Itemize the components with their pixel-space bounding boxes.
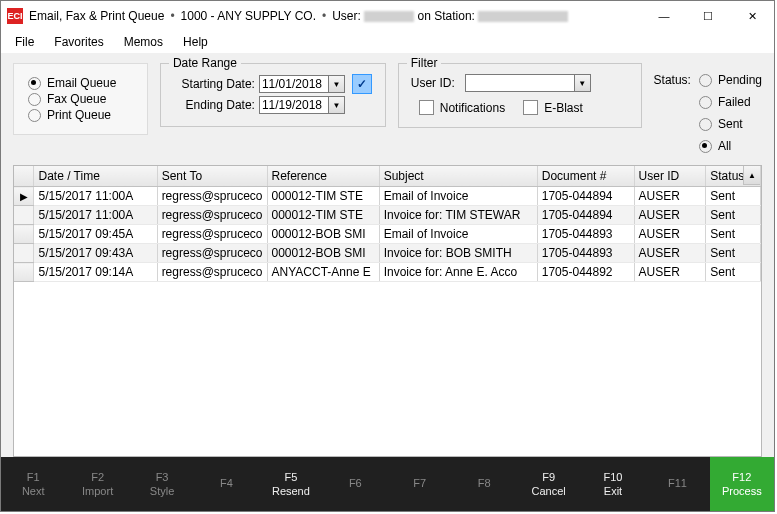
cell-reference: 000012-BOB SMI xyxy=(267,244,379,263)
fkey-f2: F2Import xyxy=(65,457,129,511)
cell-reference: 000012-BOB SMI xyxy=(267,225,379,244)
col-header-reference[interactable]: Reference xyxy=(267,166,379,187)
fkey-f7: F7 xyxy=(388,457,452,511)
radio-label: Print Queue xyxy=(47,108,111,122)
col-header-sent-to[interactable]: Sent To xyxy=(157,166,267,187)
fkey-code: F5 xyxy=(284,471,297,483)
cell-sent-to: regress@spruceco xyxy=(157,187,267,206)
radio-icon xyxy=(28,77,41,90)
fkey-f12[interactable]: F12Process xyxy=(710,457,774,511)
fkey-f10[interactable]: F10Exit xyxy=(581,457,645,511)
radio-label: Email Queue xyxy=(47,76,116,90)
radio-icon xyxy=(699,96,712,109)
station-value-blurred xyxy=(478,11,568,22)
minimize-button[interactable]: — xyxy=(642,1,686,31)
radio-fax-queue[interactable]: Fax Queue xyxy=(28,92,133,106)
radio-print-queue[interactable]: Print Queue xyxy=(28,108,133,122)
fkey-f4: F4 xyxy=(194,457,258,511)
cell-status: Sent xyxy=(706,244,761,263)
cell-sent-to: regress@spruceco xyxy=(157,206,267,225)
window-title: Email, Fax & Print Queue xyxy=(29,9,164,23)
table-row[interactable]: 5/15/2017 09:43Aregress@spruceco000012-B… xyxy=(14,244,761,263)
cell-status: Sent xyxy=(706,263,761,282)
cell-datetime: 5/15/2017 09:14A xyxy=(34,263,157,282)
fkey-code: F11 xyxy=(668,477,687,489)
user-value-blurred xyxy=(364,11,414,22)
fkey-f3: F3Style xyxy=(130,457,194,511)
fkey-code: F7 xyxy=(413,477,426,489)
maximize-button[interactable]: ☐ xyxy=(686,1,730,31)
table-row[interactable]: 5/15/2017 09:45Aregress@spruceco000012-B… xyxy=(14,225,761,244)
radio-label: Sent xyxy=(718,117,743,131)
cell-document: 1705-044893 xyxy=(537,244,634,263)
fkey-code: F1 xyxy=(27,471,40,483)
end-date-dropdown[interactable]: ▼ xyxy=(329,96,345,114)
scroll-up-icon[interactable]: ▲ xyxy=(743,166,760,185)
cell-sent-to: regress@spruceco xyxy=(157,225,267,244)
queue-selector: Email Queue Fax Queue Print Queue xyxy=(13,63,148,135)
cell-sent-to: regress@spruceco xyxy=(157,244,267,263)
eblast-checkbox[interactable]: E-Blast xyxy=(523,100,583,115)
fkey-f5[interactable]: F5Resend xyxy=(259,457,323,511)
cell-datetime: 5/15/2017 09:43A xyxy=(34,244,157,263)
cell-datetime: 5/15/2017 09:45A xyxy=(34,225,157,244)
user-id-input[interactable] xyxy=(465,74,575,92)
table-row[interactable]: 5/15/2017 11:00Aregress@spruceco000012-T… xyxy=(14,206,761,225)
col-header-subject[interactable]: Subject xyxy=(379,166,537,187)
menu-favorites[interactable]: Favorites xyxy=(46,33,111,51)
group-legend: Filter xyxy=(407,56,442,70)
cell-document: 1705-044894 xyxy=(537,206,634,225)
data-grid[interactable]: Date / Time Sent To Reference Subject Do… xyxy=(13,165,762,457)
radio-status-pending[interactable]: Pending xyxy=(699,73,762,87)
station-label: on Station: xyxy=(418,9,475,23)
end-date-input[interactable] xyxy=(259,96,329,114)
start-date-dropdown[interactable]: ▼ xyxy=(329,75,345,93)
fkey-label: Process xyxy=(722,485,762,497)
row-indicator: ▶ xyxy=(14,187,34,206)
radio-email-queue[interactable]: Email Queue xyxy=(28,76,133,90)
fkey-code: F3 xyxy=(156,471,169,483)
date-range-group: Date Range Starting Date: ▼ ✓ Ending Dat… xyxy=(160,63,386,127)
start-date-input[interactable] xyxy=(259,75,329,93)
table-row[interactable]: 5/15/2017 09:14Aregress@sprucecoANYACCT-… xyxy=(14,263,761,282)
cell-document: 1705-044894 xyxy=(537,187,634,206)
notifications-checkbox[interactable]: Notifications xyxy=(419,100,505,115)
table-row[interactable]: ▶5/15/2017 11:00Aregress@spruceco000012-… xyxy=(14,187,761,206)
menu-help[interactable]: Help xyxy=(175,33,216,51)
user-id-label: User ID: xyxy=(411,76,461,90)
cell-subject: Email of Invoice xyxy=(379,225,537,244)
fkey-code: F2 xyxy=(91,471,104,483)
row-header-column xyxy=(14,166,34,187)
radio-status-sent[interactable]: Sent xyxy=(699,117,762,131)
menu-file[interactable]: File xyxy=(7,33,42,51)
user-id-dropdown[interactable]: ▼ xyxy=(575,74,591,92)
radio-status-all[interactable]: All xyxy=(699,139,762,153)
cell-subject: Invoice for: TIM STEWAR xyxy=(379,206,537,225)
col-header-user[interactable]: User ID xyxy=(634,166,706,187)
fkey-code: F8 xyxy=(478,477,491,489)
menu-bar: File Favorites Memos Help xyxy=(1,31,774,53)
cell-sent-to: regress@spruceco xyxy=(157,263,267,282)
menu-memos[interactable]: Memos xyxy=(116,33,171,51)
fkey-label: Exit xyxy=(604,485,622,497)
radio-status-failed[interactable]: Failed xyxy=(699,95,762,109)
radio-label: Failed xyxy=(718,95,751,109)
radio-icon xyxy=(28,109,41,122)
row-indicator xyxy=(14,263,34,282)
radio-label: All xyxy=(718,139,731,153)
cell-status: Sent xyxy=(706,187,761,206)
status-group: Status: Pending Failed Sent xyxy=(654,63,762,155)
fkey-label: Next xyxy=(22,485,45,497)
apply-date-button[interactable]: ✓ xyxy=(352,74,372,94)
col-header-datetime[interactable]: Date / Time xyxy=(34,166,157,187)
fkey-f9[interactable]: F9Cancel xyxy=(516,457,580,511)
fkey-f8: F8 xyxy=(452,457,516,511)
col-header-document[interactable]: Document # xyxy=(537,166,634,187)
radio-icon xyxy=(699,140,712,153)
cell-reference: 000012-TIM STE xyxy=(267,206,379,225)
status-label: Status: xyxy=(654,71,691,155)
close-button[interactable]: ✕ xyxy=(730,1,774,31)
title-bar: ECI Email, Fax & Print Queue • 1000 - AN… xyxy=(1,1,774,31)
fkey-label: Cancel xyxy=(531,485,565,497)
fkey-label: Style xyxy=(150,485,174,497)
